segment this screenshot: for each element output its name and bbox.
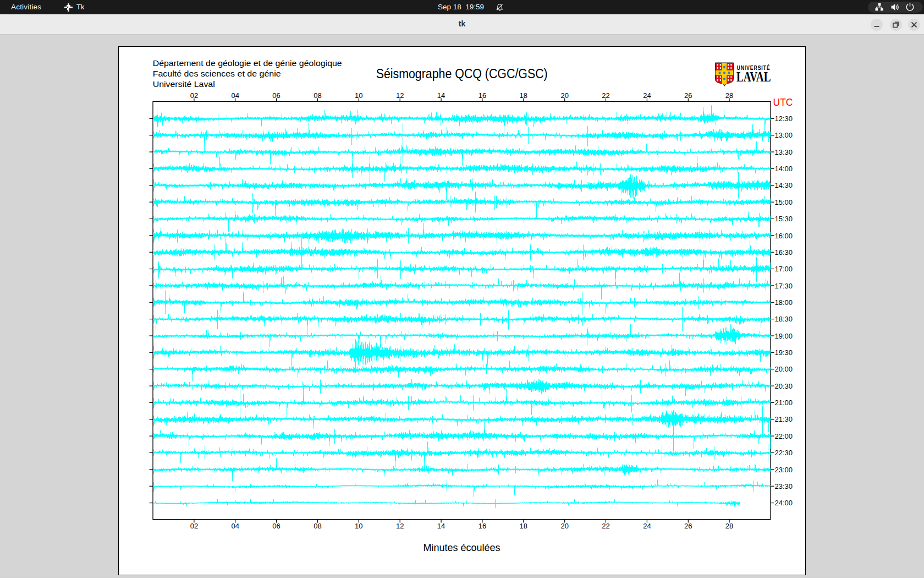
svg-text:14: 14: [437, 522, 445, 530]
svg-text:24:00: 24:00: [775, 499, 793, 507]
svg-text:22:00: 22:00: [775, 432, 793, 440]
svg-text:22: 22: [602, 522, 609, 530]
svg-text:14:30: 14:30: [775, 181, 793, 189]
svg-text:21:30: 21:30: [775, 415, 793, 423]
svg-text:10: 10: [355, 522, 362, 530]
svg-text:15:00: 15:00: [775, 198, 793, 206]
svg-text:21:00: 21:00: [775, 399, 793, 407]
svg-text:08: 08: [314, 522, 321, 530]
svg-text:26: 26: [684, 522, 692, 530]
svg-text:20:30: 20:30: [775, 382, 793, 390]
svg-text:23:00: 23:00: [775, 466, 793, 474]
svg-text:26: 26: [684, 91, 692, 100]
svg-text:12:30: 12:30: [775, 114, 793, 123]
svg-text:04: 04: [231, 91, 239, 100]
svg-text:24: 24: [643, 522, 651, 530]
svg-text:28: 28: [725, 522, 733, 530]
svg-text:19:30: 19:30: [775, 348, 793, 357]
svg-text:Université Laval: Université Laval: [153, 80, 215, 89]
svg-text:16: 16: [479, 91, 486, 100]
svg-text:18: 18: [520, 91, 527, 100]
svg-text:16: 16: [479, 522, 486, 530]
svg-text:17:00: 17:00: [775, 265, 793, 273]
svg-text:15:30: 15:30: [775, 215, 793, 223]
svg-text:16:00: 16:00: [775, 232, 793, 240]
svg-text:10: 10: [355, 91, 362, 100]
svg-text:18:00: 18:00: [775, 298, 793, 307]
svg-text:Minutes écoulées: Minutes écoulées: [424, 542, 501, 553]
svg-text:20: 20: [560, 522, 568, 530]
svg-text:22:30: 22:30: [775, 449, 793, 457]
svg-text:20: 20: [560, 91, 568, 100]
svg-text:02: 02: [190, 91, 198, 100]
svg-text:12: 12: [396, 91, 404, 100]
svg-text:06: 06: [272, 91, 280, 100]
svg-text:13:00: 13:00: [775, 131, 793, 139]
svg-text:04: 04: [231, 522, 239, 530]
svg-text:12: 12: [396, 522, 404, 530]
svg-text:LAVAL: LAVAL: [736, 69, 771, 85]
svg-text:24: 24: [643, 91, 651, 100]
svg-text:Département de géologie et de: Département de géologie et de génie géol…: [153, 59, 342, 68]
svg-text:14: 14: [437, 91, 445, 100]
svg-text:18: 18: [520, 522, 527, 530]
svg-text:08: 08: [314, 91, 321, 100]
svg-text:28: 28: [725, 91, 733, 100]
svg-text:Séismographe QCQ (CGC/GSC): Séismographe QCQ (CGC/GSC): [376, 67, 548, 81]
svg-text:02: 02: [190, 522, 198, 530]
svg-text:14:00: 14:00: [775, 165, 793, 173]
svg-text:19:00: 19:00: [775, 332, 793, 340]
svg-text:18:30: 18:30: [775, 315, 793, 323]
svg-text:16:30: 16:30: [775, 248, 793, 257]
svg-text:06: 06: [272, 522, 280, 530]
svg-text:UTC: UTC: [773, 96, 793, 108]
svg-text:23:30: 23:30: [775, 482, 793, 490]
svg-text:20:00: 20:00: [775, 365, 793, 373]
svg-text:17:30: 17:30: [775, 282, 793, 290]
svg-text:22: 22: [602, 91, 609, 100]
svg-text:Faculté des sciences et de gén: Faculté des sciences et de génie: [153, 69, 281, 78]
svg-text:13:30: 13:30: [775, 148, 793, 156]
